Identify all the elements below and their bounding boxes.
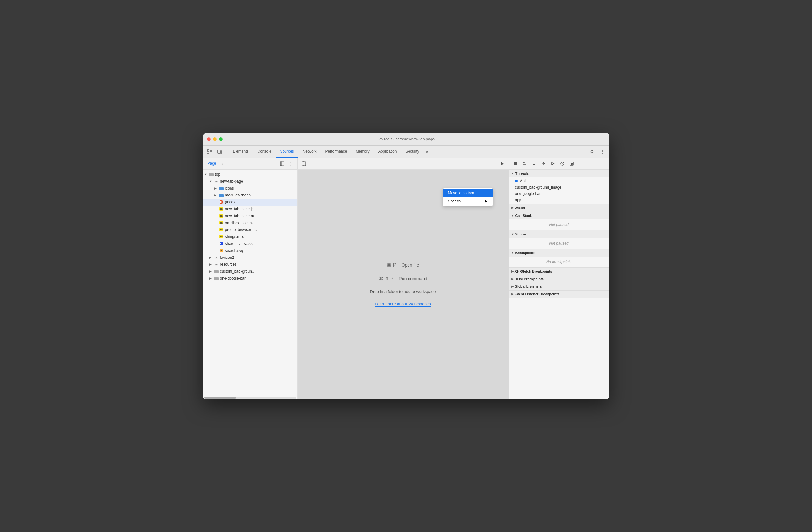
thread-app[interactable]: app [509, 197, 609, 203]
tree-label-search-svg: search.svg [225, 248, 243, 253]
breakpoints-empty: No breakpoints [509, 257, 609, 267]
tree-item-top[interactable]: ▼ top [203, 171, 297, 178]
continue-icon[interactable] [549, 160, 557, 167]
svg-rect-11 [219, 194, 221, 195]
step-out-icon[interactable] [540, 160, 547, 167]
sidebar-extra-icon[interactable]: ⋮ [287, 160, 295, 167]
tab-performance[interactable]: Performance [321, 146, 352, 158]
section-breakpoints-body: No breakpoints [509, 256, 609, 267]
tree-label-ogb: one-google-bar [220, 276, 246, 280]
tree-item-index[interactable]: ▶ H (index) [203, 199, 297, 206]
tab-actions: ⚙ ⋮ [588, 146, 609, 158]
cloud-icon-ntp: ☁ [214, 179, 219, 184]
tree-item-favicon2[interactable]: ▶ ☁ favicon2 [203, 254, 297, 261]
thread-custom-bg-img[interactable]: custom_background_image [509, 184, 609, 191]
tab-elements[interactable]: Elements [229, 146, 253, 158]
svg-rect-20 [516, 162, 517, 165]
svg-line-22 [561, 163, 564, 165]
svg-rect-24 [571, 163, 573, 165]
tree-item-icons[interactable]: ▶ icons [203, 185, 297, 192]
arrow-scope: ▼ [511, 233, 514, 236]
sidebar-scrollbar-thumb[interactable] [204, 397, 236, 398]
pause-on-exception-icon[interactable] [568, 160, 576, 167]
tree-label-promo: promo_browser_… [225, 228, 257, 232]
thread-one-google-bar[interactable]: one-google-bar [509, 191, 609, 197]
section-threads-header[interactable]: ▼ Threads [509, 170, 609, 177]
cloud-icon-favicon2: ☁ [214, 255, 219, 260]
sidebar-page-tab[interactable]: Page [206, 160, 218, 167]
svg-point-3 [219, 153, 219, 153]
tab-sources[interactable]: Sources [276, 146, 299, 158]
tabs-more-button[interactable]: » [424, 146, 431, 158]
tree-item-one-google-bar[interactable]: ▶ one-google-bar [203, 275, 297, 282]
tree-item-new-tab-page[interactable]: ▼ ☁ new-tab-page [203, 178, 297, 185]
section-dom-breakpoints[interactable]: ▶ DOM Breakpoints [509, 275, 609, 283]
tree-arrow-top: ▼ [204, 173, 209, 176]
section-call-stack-body: Not paused [509, 220, 609, 230]
tree-item-shared-vars[interactable]: ▶ C shared_vars.css [203, 240, 297, 247]
tree-item-ntp-m[interactable]: ▶ JS new_tab_page.m… [203, 212, 297, 220]
settings-icon[interactable]: ⚙ [588, 147, 597, 156]
tab-memory[interactable]: Memory [351, 146, 374, 158]
section-global-listeners[interactable]: ▶ Global Listeners [509, 283, 609, 290]
tree-item-strings[interactable]: ▶ JS strings.m.js [203, 233, 297, 240]
tree-item-modules[interactable]: ▶ modules/shoppi… [203, 192, 297, 199]
cloud-icon-resources: ☁ [214, 262, 219, 267]
section-breakpoints-header[interactable]: ▼ Breakpoints [509, 249, 609, 256]
sidebar-toggle-icon[interactable] [278, 160, 286, 167]
center-panel-toggle[interactable] [300, 160, 307, 167]
center-toolbar-right [498, 160, 506, 167]
sidebar-action-group: ⋮ [278, 160, 295, 167]
minimize-button[interactable] [213, 137, 217, 141]
tree-item-search-svg[interactable]: ▶ S search.svg [203, 247, 297, 254]
run-command-label: Run command [399, 276, 427, 281]
tree-item-promo[interactable]: ▶ JS promo_browser_… [203, 226, 297, 233]
sidebar-scrollbar [204, 397, 296, 398]
workspace-link[interactable]: Learn more about Workspaces [375, 302, 431, 307]
device-icon[interactable] [216, 148, 223, 155]
tree-arrow-ogb: ▶ [209, 277, 214, 280]
js-icon-ntp: JS [219, 207, 224, 212]
context-menu-item-move-to-bottom[interactable]: Move to bottom [443, 189, 493, 197]
arrow-call-stack: ▼ [511, 214, 514, 217]
thread-main[interactable]: Main [509, 178, 609, 184]
folder-icon-top [209, 172, 214, 177]
svg-rect-16 [302, 162, 306, 166]
inspect-icon[interactable] [206, 148, 213, 155]
maximize-button[interactable] [219, 137, 223, 141]
pause-icon[interactable] [511, 160, 519, 167]
sidebar-more-button[interactable]: » [219, 160, 226, 167]
tree-label-omnibox: omnibox.mojom-… [225, 221, 257, 225]
section-xhr-fetch[interactable]: ▶ XHR/fetch Breakpoints [509, 268, 609, 275]
tab-network[interactable]: Network [299, 146, 321, 158]
tree-label-resources: resources [220, 262, 237, 267]
tree-item-resources[interactable]: ▶ ☁ resources [203, 261, 297, 268]
arrow-event-listener: ▶ [511, 292, 513, 296]
section-scope-body: Not paused [509, 238, 609, 249]
step-into-icon[interactable] [530, 160, 538, 167]
section-event-listener-bp[interactable]: ▶ Event Listener Breakpoints [509, 290, 609, 298]
tree-item-custom-bg[interactable]: ▶ custom_backgroun… [203, 268, 297, 275]
tree-item-ntp-js[interactable]: ▶ JS new_tab_page.js… [203, 206, 297, 212]
deactivate-bp-icon[interactable] [559, 160, 566, 167]
main-content: Page » ⋮ ▼ [203, 158, 609, 399]
sidebar-header: Page » ⋮ [203, 158, 297, 170]
tab-security[interactable]: Security [401, 146, 423, 158]
section-call-stack-header[interactable]: ▼ Call Stack [509, 212, 609, 220]
section-watch-header[interactable]: ▶ Watch [509, 204, 609, 212]
section-scope-header[interactable]: ▼ Scope [509, 230, 609, 238]
svg-rect-2 [220, 151, 222, 153]
tree-label-ntp: new-tab-page [220, 179, 243, 183]
tree-arrow-icons: ▶ [215, 187, 219, 190]
step-over-icon[interactable] [521, 160, 528, 167]
svg-rect-0 [207, 150, 209, 151]
play-icon[interactable] [498, 160, 506, 167]
close-button[interactable] [207, 137, 211, 141]
tree-label-strings: strings.m.js [225, 235, 244, 239]
more-options-icon[interactable]: ⋮ [598, 147, 607, 156]
tab-application[interactable]: Application [374, 146, 401, 158]
tree-item-omnibox[interactable]: ▶ JS omnibox.mojom-… [203, 220, 297, 226]
context-menu-item-speech[interactable]: Speech ▶ [443, 197, 493, 205]
arrow-threads: ▼ [511, 172, 514, 175]
tab-console[interactable]: Console [253, 146, 276, 158]
